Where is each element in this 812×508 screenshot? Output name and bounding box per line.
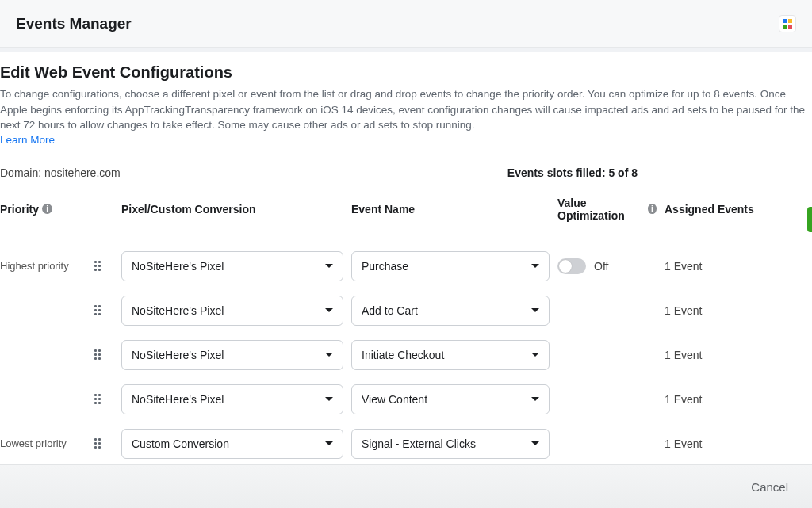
pixel-select-value: NoSiteHere's Pixel (132, 304, 224, 317)
svg-rect-1 (788, 19, 792, 23)
pixel-select-value: NoSiteHere's Pixel (132, 393, 224, 406)
chevron-down-icon (325, 264, 333, 268)
chevron-down-icon (531, 308, 539, 312)
event-select[interactable]: Add to Cart (351, 296, 550, 326)
assigned-events: 1 Event (665, 304, 776, 317)
assigned-events: 1 Event (665, 437, 776, 450)
pixel-select-value: NoSiteHere's Pixel (132, 349, 224, 361)
chevron-down-icon (531, 441, 539, 445)
priority-label: Lowest priority (0, 437, 83, 449)
pixel-select[interactable]: NoSiteHere's Pixel (121, 296, 343, 326)
slots-label: Events slots filled: 5 of 8 (508, 166, 638, 179)
col-priority: Priority i (0, 203, 83, 216)
event-select[interactable]: Signal - External Clicks (351, 429, 550, 459)
assigned-events: 1 Event (665, 393, 776, 406)
info-icon[interactable]: i (42, 204, 52, 214)
priority-label: Highest priority (0, 260, 83, 272)
table-row: Highest priorityNoSiteHere's PixelPurcha… (0, 244, 812, 288)
event-select-value: View Content (362, 393, 427, 406)
footer: Cancel (0, 464, 812, 508)
drag-handle-icon[interactable] (91, 393, 104, 406)
chevron-down-icon (325, 353, 333, 357)
pixel-select-value: NoSiteHere's Pixel (132, 260, 224, 273)
svg-rect-2 (783, 25, 787, 29)
svg-rect-3 (788, 25, 792, 29)
drag-handle-icon[interactable] (91, 304, 104, 317)
table-row: NoSiteHere's PixelInitiate Checkout1 Eve… (0, 333, 812, 377)
pixel-select-value: Custom Conversion (132, 437, 229, 450)
domain-row: Domain: nositehere.com Events slots fill… (0, 152, 812, 189)
value-opt-toggle[interactable] (557, 258, 586, 274)
pixel-select[interactable]: NoSiteHere's Pixel (121, 340, 343, 370)
assigned-events: 1 Event (665, 260, 776, 273)
config-panel: Edit Web Event Configurations To change … (0, 52, 812, 464)
drag-handle-icon[interactable] (91, 260, 104, 273)
col-event: Event Name (351, 203, 550, 216)
chevron-down-icon (531, 397, 539, 401)
toggle-knob (559, 260, 572, 273)
assigned-events: 1 Event (665, 349, 776, 361)
svg-rect-0 (783, 19, 787, 23)
event-select[interactable]: Initiate Checkout (351, 340, 550, 370)
panel-title: Edit Web Event Configurations (0, 63, 812, 82)
topbar: Events Manager (0, 0, 812, 48)
pixel-select[interactable]: NoSiteHere's Pixel (121, 251, 343, 281)
apps-icon[interactable] (779, 15, 796, 32)
chevron-down-icon (325, 441, 333, 445)
table-row: NoSiteHere's PixelAdd to Cart1 Event (0, 288, 812, 333)
chevron-down-icon (531, 264, 539, 268)
event-select[interactable]: View Content (351, 384, 550, 414)
col-assigned: Assigned Events (665, 203, 776, 216)
col-pixel: Pixel/Custom Conversion (121, 203, 343, 216)
event-select-value: Initiate Checkout (362, 349, 444, 361)
pixel-select[interactable]: Custom Conversion (121, 429, 343, 459)
info-icon[interactable]: i (648, 204, 657, 214)
page-title: Events Manager (16, 15, 132, 32)
rows-container: Highest priorityNoSiteHere's PixelPurcha… (0, 244, 812, 466)
table-row: Lowest priorityCustom ConversionSignal -… (0, 422, 812, 466)
table-header: Priority i Pixel/Custom Conversion Event… (0, 189, 812, 230)
chevron-down-icon (325, 397, 333, 401)
toggle-state-label: Off (594, 260, 608, 273)
drag-handle-icon[interactable] (91, 437, 104, 450)
value-opt-cell: Off (557, 258, 657, 274)
event-select-value: Signal - External Clicks (362, 437, 476, 450)
chevron-down-icon (531, 353, 539, 357)
panel-description: To change configurations, choose a diffe… (0, 86, 807, 133)
chevron-down-icon (325, 308, 333, 312)
apply-button-edge[interactable] (807, 207, 812, 232)
col-priority-label: Priority (0, 203, 39, 216)
domain-label: Domain: nositehere.com (0, 166, 121, 179)
event-select-value: Add to Cart (362, 304, 418, 317)
cancel-button[interactable]: Cancel (751, 480, 788, 494)
col-value-opt: Value Optimization i (557, 197, 657, 222)
learn-more-link[interactable]: Learn More (0, 134, 55, 146)
pixel-select[interactable]: NoSiteHere's Pixel (121, 384, 343, 414)
panel-header: Edit Web Event Configurations To change … (0, 63, 812, 152)
table-row: NoSiteHere's PixelView Content1 Event (0, 377, 812, 422)
event-select[interactable]: Purchase (351, 251, 550, 281)
drag-handle-icon[interactable] (91, 349, 104, 361)
col-value-opt-label: Value Optimization (557, 197, 645, 222)
event-select-value: Purchase (362, 260, 408, 273)
